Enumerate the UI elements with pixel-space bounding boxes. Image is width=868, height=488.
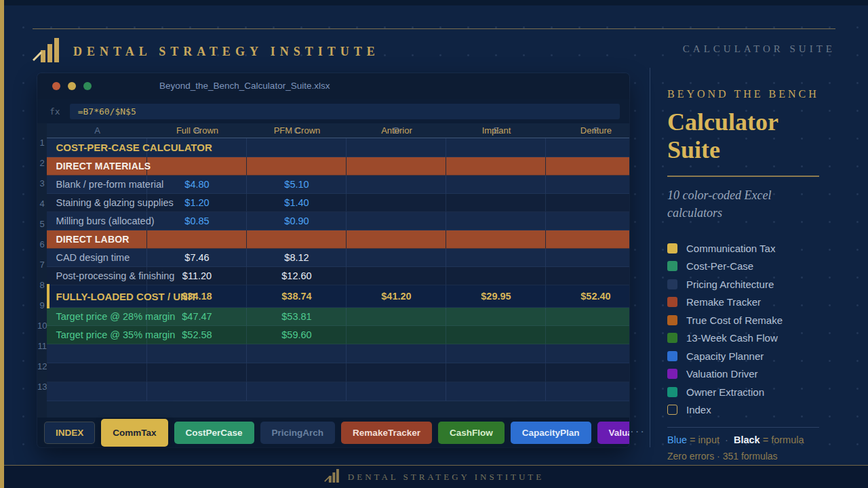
row-label-cell[interactable]: COST-PER-CASE CALCULATOR bbox=[47, 138, 147, 157]
grid-cell[interactable]: $38.74 bbox=[247, 285, 347, 308]
grid-cell[interactable] bbox=[546, 267, 629, 285]
row-label-cell[interactable]: FULLY-LOADED COST / UNIT bbox=[47, 285, 147, 308]
grid-cell[interactable] bbox=[247, 382, 347, 401]
grid-cell[interactable] bbox=[546, 308, 629, 326]
grid-cell[interactable] bbox=[446, 382, 546, 401]
grid-cell[interactable] bbox=[347, 176, 446, 194]
row-label-cell[interactable]: Target price @ 35% margin bbox=[47, 326, 147, 344]
row-number[interactable]: 4 bbox=[40, 194, 45, 214]
sheet-tab-costpercase[interactable]: CostPerCase bbox=[174, 422, 254, 444]
grid-cell[interactable]: $7.46 bbox=[147, 249, 247, 267]
grid-cell[interactable] bbox=[446, 249, 546, 267]
row-number[interactable]: 6 bbox=[40, 235, 45, 255]
grid-cell[interactable] bbox=[347, 138, 446, 157]
grid-cell[interactable] bbox=[347, 363, 446, 382]
column-header-d[interactable]: D Anterior bbox=[347, 123, 446, 138]
grid-cell[interactable] bbox=[347, 326, 446, 344]
grid-cell[interactable] bbox=[546, 363, 629, 382]
grid-cell[interactable] bbox=[446, 267, 546, 285]
more-tabs-ellipsis[interactable]: ··· bbox=[630, 425, 646, 439]
grid-cell[interactable] bbox=[546, 344, 629, 363]
sheet-tab-pricingarch[interactable]: PricingArch bbox=[260, 422, 336, 444]
column-header-e[interactable]: E Implant bbox=[446, 123, 546, 138]
grid-cell[interactable] bbox=[446, 212, 546, 230]
grid-cell[interactable] bbox=[446, 176, 546, 194]
grid-cell[interactable]: $8.12 bbox=[247, 249, 347, 267]
grid-cell[interactable] bbox=[546, 249, 629, 267]
grid-cell[interactable] bbox=[247, 157, 347, 176]
row-label-cell[interactable]: Blank / pre-form material bbox=[47, 176, 147, 194]
column-header-a[interactable]: A bbox=[47, 123, 147, 138]
grid-cell[interactable]: $59.60 bbox=[247, 326, 347, 344]
grid-cell[interactable] bbox=[347, 344, 446, 363]
row-label-cell[interactable]: Staining & glazing supplies bbox=[47, 194, 147, 212]
grid-cell[interactable]: $52.40 bbox=[546, 285, 629, 308]
row-number[interactable]: 3 bbox=[40, 174, 45, 194]
window-zoom-button[interactable] bbox=[83, 82, 92, 90]
grid-cell[interactable] bbox=[247, 138, 347, 157]
grid-cell[interactable] bbox=[347, 249, 446, 267]
grid-cell[interactable] bbox=[247, 230, 347, 249]
sheet-tab-remaketracker[interactable]: RemakeTracker bbox=[341, 422, 432, 444]
grid-cell[interactable] bbox=[446, 308, 546, 326]
grid-cell[interactable] bbox=[446, 326, 546, 344]
row-number[interactable]: 5 bbox=[40, 214, 45, 235]
grid-cell[interactable] bbox=[347, 212, 446, 230]
grid-cell[interactable] bbox=[347, 382, 446, 401]
grid-cell[interactable] bbox=[546, 157, 629, 176]
sheet-tab-commtax[interactable]: CommTax bbox=[101, 419, 167, 447]
grid-cell[interactable] bbox=[546, 212, 629, 230]
grid-cell[interactable]: $12.60 bbox=[247, 267, 347, 285]
grid-cell[interactable]: $5.10 bbox=[247, 176, 347, 194]
grid-cell[interactable] bbox=[546, 176, 629, 194]
row-number[interactable]: 13 bbox=[37, 377, 47, 397]
grid-cell[interactable] bbox=[347, 230, 446, 249]
grid-cell[interactable] bbox=[347, 308, 446, 326]
sheet-tab-cashflow[interactable]: CashFlow bbox=[438, 422, 505, 444]
grid-cell[interactable] bbox=[446, 363, 546, 382]
grid-cell[interactable] bbox=[247, 344, 347, 363]
grid-cell[interactable]: $0.90 bbox=[247, 212, 347, 230]
grid-cell[interactable] bbox=[147, 382, 247, 401]
row-number[interactable]: 7 bbox=[40, 255, 45, 275]
grid-cell[interactable]: $41.20 bbox=[347, 285, 446, 308]
grid-cell[interactable] bbox=[446, 230, 546, 249]
column-header-c[interactable]: C PFM Crown bbox=[247, 123, 347, 138]
grid-cell[interactable]: $1.40 bbox=[247, 194, 347, 212]
grid-cell[interactable] bbox=[446, 138, 546, 157]
row-label-cell[interactable]: DIRECT LABOR bbox=[47, 230, 147, 249]
window-minimize-button[interactable] bbox=[68, 82, 76, 90]
grid-cell[interactable] bbox=[446, 194, 546, 212]
row-label-cell[interactable]: Post-processing & finishing bbox=[47, 267, 147, 285]
grid-cell[interactable] bbox=[446, 344, 546, 363]
grid-cell[interactable] bbox=[247, 363, 347, 382]
grid-cell[interactable]: $0.85 bbox=[147, 212, 247, 230]
grid-cell[interactable] bbox=[347, 157, 446, 176]
grid-cell[interactable] bbox=[147, 363, 247, 382]
grid-cell[interactable] bbox=[546, 230, 629, 249]
grid-cell[interactable] bbox=[546, 138, 629, 157]
row-number[interactable]: 12 bbox=[37, 357, 47, 377]
row-label-cell[interactable]: DIRECT MATERIALS bbox=[47, 157, 147, 176]
grid-cell[interactable] bbox=[347, 267, 446, 285]
window-close-button[interactable] bbox=[52, 82, 60, 90]
row-label-cell[interactable] bbox=[47, 363, 147, 382]
sheet-tab-valuationdriver[interactable]: ValuationDriver bbox=[597, 422, 630, 444]
formula-input[interactable]: =B7*60/$N$5 bbox=[70, 104, 620, 119]
sheet-tab-index[interactable]: INDEX bbox=[44, 422, 95, 444]
sheet-tab-capacityplan[interactable]: CapacityPlan bbox=[511, 422, 591, 444]
grid-cell[interactable] bbox=[546, 326, 629, 344]
row-label-cell[interactable] bbox=[47, 344, 147, 363]
row-label-cell[interactable]: Target price @ 28% margin bbox=[47, 308, 147, 326]
row-number[interactable]: 11 bbox=[37, 336, 47, 357]
row-number[interactable]: 10 bbox=[37, 316, 47, 336]
row-label-cell[interactable]: Milling burs (allocated) bbox=[47, 212, 147, 230]
column-header-f[interactable]: F Denture bbox=[546, 123, 629, 138]
row-number[interactable]: 9 bbox=[40, 296, 45, 316]
grid-cell[interactable] bbox=[147, 344, 247, 363]
grid-cell[interactable]: $53.81 bbox=[247, 308, 347, 326]
row-number[interactable]: 8 bbox=[40, 275, 45, 296]
row-number[interactable]: 1 bbox=[40, 133, 45, 153]
grid-cell[interactable] bbox=[546, 382, 629, 401]
grid-cell[interactable]: $29.95 bbox=[446, 285, 546, 308]
